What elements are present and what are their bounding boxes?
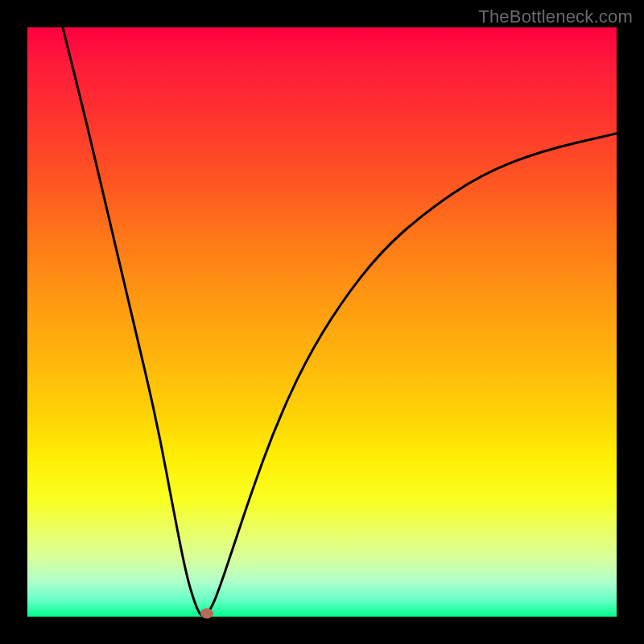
bottleneck-curve [63,27,617,616]
curve-layer [27,27,617,617]
minimum-marker [200,609,213,619]
plot-area [27,27,617,617]
chart-container: TheBottleneck.com [0,0,644,644]
watermark-text: TheBottleneck.com [478,6,633,27]
